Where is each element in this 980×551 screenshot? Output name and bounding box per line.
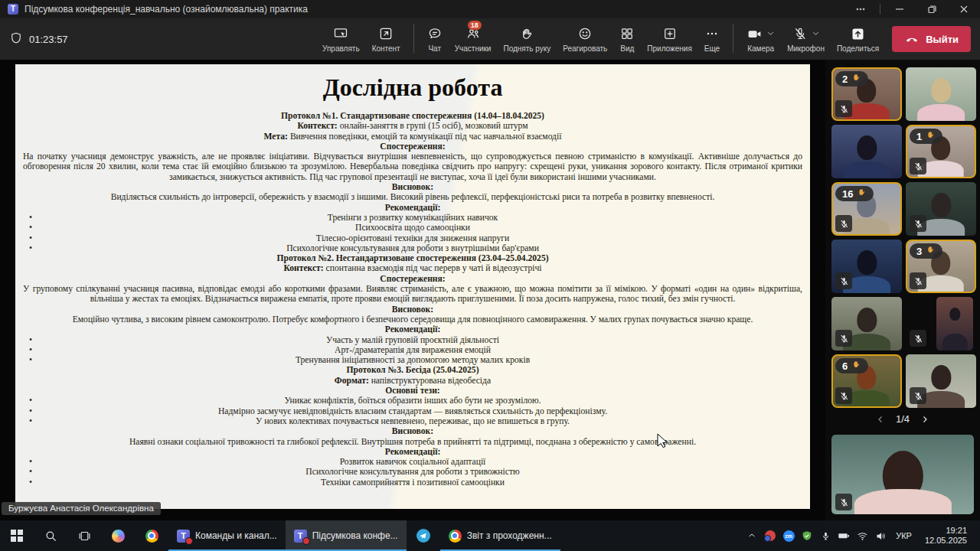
toolbar-button-microphone[interactable]: Микрофон (782, 22, 830, 56)
tray-app-icon[interactable] (762, 520, 779, 551)
document-line: Контекст: спонтанна взаємодія під час пе… (23, 263, 802, 273)
toolbar-button-view[interactable]: Вид (614, 22, 640, 56)
taskbar-app[interactable]: Звіт з проходженн... (440, 520, 560, 551)
participant-tile[interactable] (906, 182, 976, 236)
mic-muted-icon (835, 387, 852, 404)
copilot-button[interactable] (101, 520, 135, 551)
participant-tile[interactable] (831, 297, 902, 350)
participant-video (906, 67, 976, 121)
document-line: У нових колективах почувається невпевнен… (23, 416, 802, 426)
mic-muted-icon (910, 330, 926, 347)
document-line: Висновок: (23, 426, 802, 436)
taskbar-app[interactable]: Підсумкова конфе... (286, 520, 407, 551)
participant-tile[interactable]: 1 (906, 125, 976, 178)
toolbar-button-manage[interactable]: Управлять (317, 22, 365, 56)
raised-hand-count: 1 (916, 131, 922, 142)
participant-video (831, 125, 902, 178)
participants-count-badge: 18 (468, 21, 482, 30)
toolbar-button-chat[interactable]: Чат (422, 22, 448, 56)
toolbar-button-label: Вид (620, 44, 634, 53)
participant-tile[interactable]: 2 (831, 67, 902, 121)
teams-icon (294, 530, 307, 543)
toolbar-button-more[interactable]: Еще (699, 22, 725, 56)
participant-tile[interactable] (906, 354, 976, 408)
document-line: Рекомендації: (23, 324, 802, 334)
document-line: Спостереження: (23, 142, 802, 152)
tray-mic-icon[interactable] (817, 520, 834, 551)
document-line: У груповому спілкуванні учасниця пасивна… (23, 284, 802, 305)
participant-tile[interactable]: 6 (831, 354, 902, 408)
shield-icon (9, 31, 23, 47)
toolbar-button-share[interactable]: Поделиться (831, 22, 884, 56)
mic-muted-icon (792, 25, 820, 42)
participant-video (831, 435, 974, 514)
wifi-icon[interactable] (854, 520, 871, 551)
taskbar: Команды и канал...Підсумкова конфе...Зві… (0, 520, 980, 551)
taskbar-app[interactable]: Команды и канал... (168, 520, 286, 551)
document-line: Емоційно чутлива, з високим рівнем самок… (23, 315, 802, 324)
zoom-tray-icon[interactable]: zm (780, 520, 797, 551)
minimize-icon[interactable] (884, 0, 916, 18)
meeting-toolbar: 01:23:57 УправлятьКонтентЧатУчастники18П… (0, 18, 980, 60)
titlebar-divider (880, 4, 880, 15)
battery-icon[interactable] (835, 520, 852, 551)
security-shield-icon[interactable] (799, 520, 815, 551)
participant-tile[interactable] (906, 67, 976, 121)
toolbar-button-apps[interactable]: Приложения (642, 22, 697, 56)
camera-icon (746, 25, 775, 42)
react-icon (577, 25, 593, 42)
person-head (857, 135, 877, 160)
toolbar-button-raise-hand[interactable]: Поднять руку (498, 22, 556, 56)
participant-tile[interactable]: 16 (831, 182, 902, 236)
chrome-taskbar-button[interactable] (135, 520, 168, 551)
taskbar-app[interactable] (407, 520, 440, 551)
start-button[interactable] (0, 520, 34, 551)
toolbar-button-label: Чат (428, 44, 441, 53)
volume-icon[interactable] (872, 520, 889, 551)
participant-tile[interactable]: 3 (906, 240, 976, 293)
person-silhouette (844, 135, 888, 178)
mic-muted-icon (835, 494, 852, 510)
leave-button[interactable]: Выйти (892, 26, 971, 52)
participant-tile[interactable] (831, 240, 902, 293)
toolbar-button-participants[interactable]: Участники18 (449, 22, 497, 56)
toolbar-button-react[interactable]: Реагировать (557, 22, 612, 56)
close-icon[interactable] (948, 0, 980, 18)
apps-plus-icon (662, 25, 678, 42)
participant-tile[interactable] (906, 297, 976, 350)
toolbar-divider (413, 24, 414, 53)
raised-hand-icon (851, 360, 861, 372)
chrome-icon (449, 530, 462, 543)
content-share-icon (378, 25, 394, 42)
language-indicator[interactable]: УКР (890, 531, 917, 540)
toolbar-button-camera[interactable]: Камера (741, 22, 780, 56)
chevron-down-icon[interactable] (766, 27, 775, 41)
shared-document: Дослідна робота Протокол №1. Стандартизо… (15, 64, 810, 509)
chevron-down-icon[interactable] (812, 27, 820, 41)
screen-control-icon (333, 25, 348, 42)
document-line: Тренування ініціативності за допомогою м… (23, 355, 802, 365)
participants-sidebar: 211636 1/4 (825, 60, 980, 520)
pager-next-icon[interactable] (920, 415, 929, 424)
pager-prev-icon[interactable] (876, 415, 885, 424)
document-line: Протокол №3. Бесіда (25.04.2025) (23, 365, 802, 375)
task-view-button[interactable] (67, 520, 101, 551)
document-line: Наявні ознаки соціальної тривожності та … (23, 437, 802, 447)
participant-tile[interactable] (831, 125, 902, 178)
window-title: Підсумкова конференція_навчально (ознайо… (24, 4, 844, 15)
document-line: Основні тези: (23, 386, 802, 396)
tray-expand-icon[interactable] (743, 520, 760, 551)
taskbar-search-button[interactable] (34, 520, 67, 551)
share-tray-icon (850, 25, 866, 42)
raised-hand-badge: 3 (910, 243, 942, 259)
view-grid-icon (619, 25, 635, 42)
raised-hand-badge: 2 (835, 71, 868, 86)
window-menu-icon[interactable] (844, 0, 877, 18)
taskbar-clock[interactable]: 19:21 12.05.2025 (919, 526, 973, 546)
toolbar-button-content[interactable]: Контент (367, 22, 406, 56)
self-video-tile[interactable] (831, 435, 974, 514)
maximize-icon[interactable] (916, 0, 948, 18)
toolbar-button-label: Реагировать (563, 44, 607, 53)
mic-muted-icon (910, 272, 926, 289)
document-line: Висновок: (23, 182, 802, 192)
